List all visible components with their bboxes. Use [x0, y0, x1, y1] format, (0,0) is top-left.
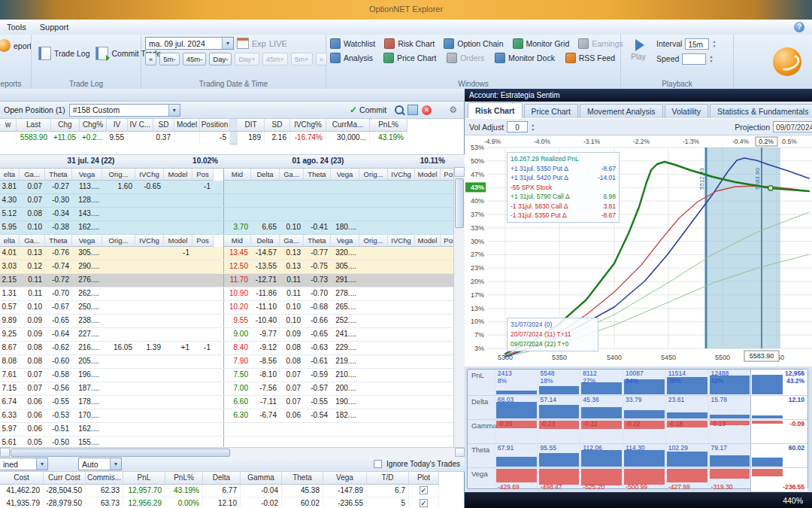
time-nav-button[interactable]: Day- [209, 53, 232, 65]
chain-row[interactable]: 4.010.13-0.76305....-113.45-14.570.13-0.… [0, 247, 454, 260]
greeks-cell: 60.02 [750, 444, 807, 467]
windows-button-analysis[interactable]: Analysis [330, 53, 374, 63]
quote-value-row[interactable]: 5583.90+11.05+0.2...9.550.37-51892.16-16… [0, 132, 465, 144]
auto-select-dropdown-icon[interactable]: ▾ [110, 458, 121, 470]
interval-spinner[interactable]: ▲▼ [712, 39, 716, 48]
menu-support[interactable]: Support [33, 21, 76, 33]
interval-select[interactable]: 15m [685, 38, 709, 50]
time-nav-button[interactable]: » [316, 53, 327, 65]
time-nav-button[interactable]: 45m+ [262, 53, 288, 65]
tab-movement-analysis[interactable]: Movement Analysis [580, 104, 662, 118]
time-nav-button[interactable]: 5m+ [291, 53, 313, 65]
reports-group-label: eports [0, 80, 31, 88]
commit-button[interactable]: ✓ Commit [345, 104, 391, 116]
chain-row[interactable]: 3.030.12-0.74290....12.50-13.550.13-0.75… [0, 260, 454, 274]
auto-select[interactable]: Auto ▾ [78, 458, 122, 470]
zoom-level[interactable]: 440% [783, 496, 803, 505]
windows-button-watchlist[interactable]: Watchlist [330, 38, 375, 49]
combined-filter-dropdown-icon[interactable]: ▾ [36, 458, 47, 470]
expiry-header-right[interactable]: 01 ago. 24 (23) 10.11% [227, 155, 454, 168]
plot-checkbox[interactable]: ✓ [420, 486, 428, 494]
trade-log-button[interactable]: Trade Log [35, 44, 92, 62]
greeks-cell: 554818% [538, 370, 580, 395]
chain-row[interactable]: 7.610.07-0.58196....7.50-8.100.07-0.5921… [0, 369, 454, 382]
chain-window-icon[interactable] [408, 105, 418, 115]
chain-row[interactable]: 6.740.06-0.55178....6.60-7.110.07-0.5519… [0, 396, 454, 409]
tab-statistics-fundamentals[interactable]: Statistics & Fundamentals [710, 104, 812, 118]
chain-row[interactable]: 8.670.08-0.62216....16.051.39+1-18.40-9.… [0, 342, 454, 355]
speed-spinner[interactable]: ▲▼ [709, 54, 713, 63]
time-nav-button[interactable]: « [145, 53, 156, 65]
projection-label: Projection [735, 123, 770, 132]
position-select-dropdown-icon[interactable]: ▾ [168, 105, 180, 116]
tab-price-chart[interactable]: Price Chart [524, 104, 579, 118]
chain-horizontal-scrollbar[interactable] [0, 447, 465, 458]
windows-button-price-chart[interactable]: Price Chart [383, 53, 438, 63]
projection-date-input[interactable]: 09/07/2024 [773, 121, 812, 132]
summary-row[interactable]: 41,935.79-28,979.5063.7312,956.290.00%12… [0, 497, 465, 508]
hscrollbar-thumb[interactable] [11, 449, 230, 457]
chain-row[interactable]: 9.890.09-0.65238....9.55-10.400.10-0.662… [0, 315, 454, 328]
reports-button[interactable]: eports [0, 37, 27, 54]
tab-risk-chart[interactable]: Risk Chart [468, 102, 523, 118]
close-position-icon[interactable]: × [422, 105, 432, 115]
time-nav-button[interactable]: 45m- [183, 53, 207, 65]
date-legend[interactable]: 31/07/2024 (0)20/07/2024 (11) T+1109/07/… [507, 318, 598, 351]
tab-volatility[interactable]: Volatility [665, 104, 709, 118]
monitor-dock-icon [495, 53, 505, 63]
chain-row[interactable]: 1.310.11-0.70262....10.90-11.860.11-0.70… [0, 287, 454, 301]
scrollbar-thumb[interactable] [455, 178, 464, 228]
greeks-cell: -0.20 [495, 420, 538, 443]
scroll-right-icon[interactable] [455, 448, 465, 457]
chain-row[interactable]: 0.570.10-0.67250....10.20-11.100.10-0.68… [0, 301, 454, 315]
time-nav-button[interactable]: Day+ [235, 53, 259, 65]
chain-row[interactable]: 3.810.07-0.27113....1.60-0.65-1 [0, 181, 454, 194]
menu-tools[interactable]: Tools [0, 21, 33, 33]
windows-button-monitor-dock[interactable]: Monitor Dock [495, 53, 556, 63]
date-dropdown-icon[interactable]: ▾ [222, 38, 233, 49]
calendar-icon[interactable] [237, 38, 249, 49]
windows-button-rss-feed[interactable]: RSS Feed [565, 53, 617, 63]
vol-adjust-spinner[interactable]: ▲▼ [531, 123, 535, 132]
time-nav-button[interactable]: 5m- [159, 53, 179, 65]
windows-button-monitor-grid[interactable]: Monitor Grid [513, 38, 570, 49]
greeks-cell: 33.79 [623, 396, 665, 419]
speed-select[interactable] [682, 53, 706, 65]
search-icon[interactable] [395, 105, 404, 114]
title-bar[interactable]: OptionNET Explorer [0, 0, 812, 20]
position-select[interactable]: #158 Custom ▾ [69, 104, 180, 117]
trading-date-input[interactable]: ma. 09 jul. 2024 ▾ [145, 37, 234, 50]
summary-row[interactable]: 41,462.20-28,504.5062.3312,957.7043.19%6… [0, 485, 465, 497]
live-label[interactable]: LIVE [269, 39, 287, 48]
chain-row[interactable]: 6.330.06-0.53170....6.30-6.740.06-0.5418… [0, 409, 454, 423]
scroll-up-icon[interactable] [454, 167, 465, 177]
chain-vertical-scrollbar[interactable] [453, 167, 465, 464]
windows-row-1: WatchlistRisk ChartOption ChainMonitor G… [330, 37, 617, 49]
vol-adjust-input[interactable]: 0 [507, 121, 528, 132]
scroll-left-icon[interactable] [0, 448, 10, 457]
help-icon[interactable]: ? [794, 22, 804, 32]
chain-row[interactable]: 9.250.09-0.64227....9.00-9.770.09-0.6524… [0, 328, 454, 342]
plot-checkbox[interactable]: ✓ [420, 499, 428, 507]
play-button[interactable]: Play [625, 37, 652, 67]
chain-row[interactable]: 2.150.11-0.72276....11.70-12.710.11-0.73… [0, 274, 454, 287]
monitor-grid-icon [513, 38, 523, 49]
combined-filter-select[interactable]: ined ▾ [0, 458, 48, 470]
chain-row[interactable]: 7.150.07-0.56187....7.00-7.560.07-0.5720… [0, 382, 454, 396]
windows-button-earnings[interactable]: Earnings [578, 38, 623, 49]
chain-row[interactable]: 5.970.06-0.51162.... [0, 423, 454, 437]
chain-row[interactable]: 8.080.08-0.60205....7.90-8.560.08-0.6121… [0, 355, 454, 369]
chain-row[interactable]: 5.950.10-0.38162....3.706.650.10-0.41180… [0, 221, 454, 235]
gear-icon[interactable]: ⚙ [449, 105, 457, 115]
account-bar: Account: Estrategia Sentim [0, 89, 812, 102]
trade-annotations[interactable]: 16.267.29 Realized PnL+1 31jul. 5350 Put… [507, 152, 620, 223]
summary-header-row: CostCurr CostCommis...PnLPnL%DeltaGammaT… [0, 472, 465, 485]
expiry-header-left[interactable]: 31 jul. 24 (22) 10.02% [0, 155, 227, 168]
windows-button-orders[interactable]: Orders [447, 53, 486, 63]
windows-button-option-chain[interactable]: Option Chain [444, 38, 503, 49]
windows-button-risk-chart[interactable]: Risk Chart [384, 38, 435, 49]
ignore-trades-checkbox[interactable] [374, 460, 382, 468]
svg-text:5500: 5500 [715, 354, 730, 361]
chain-row[interactable]: 4.300.07-0.30128.... [0, 194, 454, 208]
chain-row[interactable]: 5.120.08-0.34143.... [0, 208, 454, 221]
